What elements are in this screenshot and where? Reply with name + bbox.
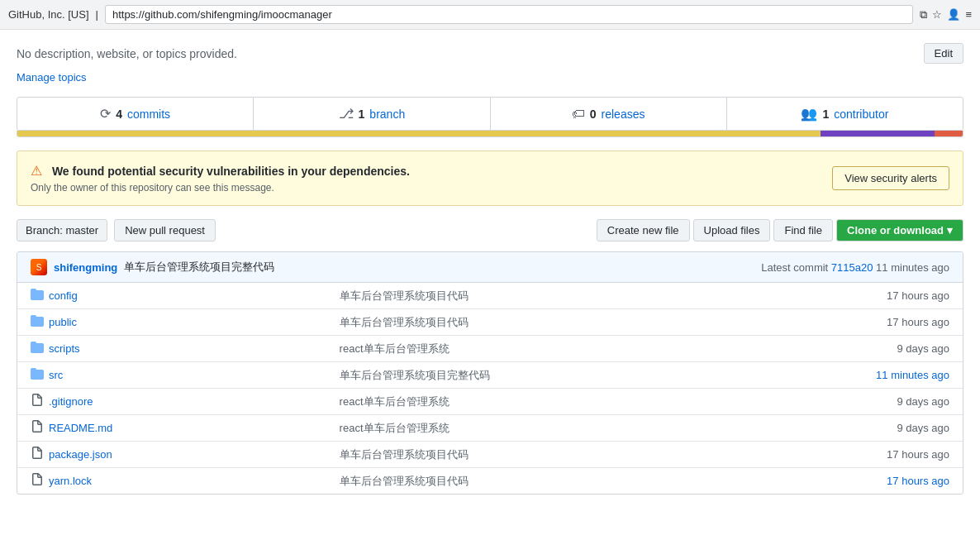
table-row: config单车后台管理系统项目代码17 hours ago [17, 283, 963, 309]
browser-bar: GitHub, Inc. [US] | https://github.com/s… [0, 0, 980, 30]
view-security-alerts-button[interactable]: View security alerts [832, 166, 949, 190]
folder-icon [31, 314, 49, 330]
file-commit-message: 单车后台管理系统项目完整代码 [340, 368, 775, 383]
warning-icon: ⚠ [31, 164, 42, 178]
file-time: 9 days ago [775, 395, 949, 408]
branches-icon: ⎇ [339, 106, 354, 122]
avatar: S [31, 259, 47, 275]
contributors-label: contributor [834, 108, 888, 121]
menu-icon[interactable]: ≡ [965, 8, 972, 21]
file-commit-message: 单车后台管理系统项目代码 [340, 289, 775, 303]
releases-count: 0 [590, 108, 597, 121]
commits-label: commits [127, 108, 170, 121]
edit-button[interactable]: Edit [924, 43, 963, 64]
file-time: 9 days ago [775, 342, 949, 355]
repo-description: No description, website, or topics provi… [17, 47, 237, 60]
branch-selector[interactable]: Branch: master [17, 219, 107, 241]
branches-label: branch [369, 108, 405, 121]
commit-author[interactable]: shifengming [54, 261, 117, 274]
table-row: yarn.lock单车后台管理系统项目代码17 hours ago [17, 468, 963, 494]
file-rows-container: config单车后台管理系统项目代码17 hours agopublic单车后台… [17, 283, 963, 494]
commit-time: 11 minutes ago [876, 261, 949, 274]
file-name-link[interactable]: scripts [49, 342, 340, 355]
latest-commit-row: S shifengming 单车后台管理系统项目完整代码 Latest comm… [17, 252, 963, 283]
copy-icon[interactable]: ⧉ [920, 8, 927, 22]
branches-count: 1 [359, 108, 365, 121]
file-name-link[interactable]: .gitignore [49, 395, 340, 408]
commit-row-left: S shifengming 单车后台管理系统项目完整代码 [31, 259, 274, 275]
progress-red [935, 131, 963, 136]
file-icon [31, 447, 49, 462]
contributors-icon: 👥 [801, 106, 817, 122]
folder-icon [31, 341, 49, 356]
manage-topics-link[interactable]: Manage topics [17, 71, 87, 84]
file-name-link[interactable]: src [49, 369, 340, 381]
releases-icon: 🏷 [572, 107, 585, 122]
releases-stat[interactable]: 🏷 0 releases [491, 98, 727, 130]
browser-icons: ⧉ ☆ 👤 ≡ [920, 8, 972, 22]
stats-bar: ⟳ 4 commits ⎇ 1 branch 🏷 0 releases 👥 1 … [17, 97, 963, 131]
toolbar-right: Create new file Upload files Find file C… [597, 219, 963, 241]
table-row: README.mdreact单车后台管理系统9 days ago [17, 415, 963, 442]
description-row: No description, website, or topics provi… [17, 43, 963, 64]
file-time: 17 hours ago [775, 475, 949, 487]
file-name-link[interactable]: README.md [49, 422, 340, 434]
file-time: 17 hours ago [775, 289, 949, 302]
security-alert-text: ⚠ We found potential security vulnerabil… [31, 163, 410, 194]
file-commit-message: react单车后台管理系统 [340, 394, 775, 409]
commits-stat[interactable]: ⟳ 4 commits [17, 98, 254, 130]
branches-stat[interactable]: ⎇ 1 branch [254, 98, 490, 130]
commits-count: 4 [116, 108, 122, 121]
file-time: 11 minutes ago [775, 369, 949, 381]
contributors-count: 1 [822, 108, 829, 121]
commits-icon: ⟳ [100, 106, 111, 122]
security-alert-content: ⚠ We found potential security vulnerabil… [31, 163, 410, 194]
file-commit-message: react单车后台管理系统 [340, 342, 775, 356]
releases-label: releases [602, 108, 645, 121]
star-icon[interactable]: ☆ [932, 8, 942, 21]
table-row: scriptsreact单车后台管理系统9 days ago [17, 336, 963, 362]
file-name-link[interactable]: public [49, 316, 340, 328]
table-row: src单车后台管理系统项目完整代码11 minutes ago [17, 362, 963, 389]
find-file-button[interactable]: Find file [773, 219, 833, 241]
security-alert-title-bold: We found potential security vulnerabilit… [52, 165, 410, 178]
contributors-stat[interactable]: 👥 1 contributor [727, 98, 963, 130]
file-commit-message: 单车后台管理系统项目代码 [340, 315, 775, 330]
clone-dropdown-icon: ▾ [947, 224, 953, 237]
security-alert-title: ⚠ We found potential security vulnerabil… [31, 163, 410, 179]
progress-purple [821, 131, 934, 136]
table-row: public单车后台管理系统项目代码17 hours ago [17, 309, 963, 336]
file-table: S shifengming 单车后台管理系统项目完整代码 Latest comm… [17, 251, 963, 495]
file-icon [31, 473, 49, 489]
file-icon [31, 394, 49, 409]
clone-label-text: Clone or download [847, 224, 944, 237]
file-time: 17 hours ago [775, 448, 949, 461]
user-icon[interactable]: 👤 [947, 8, 960, 21]
commit-message: 单车后台管理系统项目完整代码 [124, 260, 274, 275]
url-bar[interactable]: https://github.com/shifengming/imoocmana… [105, 5, 913, 24]
file-name-link[interactable]: package.json [49, 448, 340, 461]
toolbar-left: Branch: master New pull request [17, 219, 216, 241]
file-time: 9 days ago [775, 422, 949, 434]
file-time: 17 hours ago [775, 316, 949, 328]
upload-files-button[interactable]: Upload files [693, 219, 771, 241]
progress-yellow [17, 131, 821, 136]
folder-icon [31, 367, 49, 383]
main-content: No description, website, or topics provi… [0, 30, 980, 508]
file-name-link[interactable]: config [49, 289, 340, 302]
security-alert-banner: ⚠ We found potential security vulnerabil… [17, 151, 963, 206]
browser-company: GitHub, Inc. [US] [8, 8, 89, 21]
file-commit-message: 单车后台管理系统项目代码 [340, 474, 775, 489]
new-pull-request-button[interactable]: New pull request [114, 219, 216, 241]
table-row: .gitignorereact单车后台管理系统9 days ago [17, 389, 963, 415]
file-icon [31, 420, 49, 436]
language-progress-bar [17, 131, 963, 137]
commit-row-right: Latest commit 7115a20 11 minutes ago [761, 261, 949, 274]
clone-or-download-button[interactable]: Clone or download ▾ [836, 219, 963, 241]
create-new-file-button[interactable]: Create new file [597, 219, 690, 241]
commit-hash-link[interactable]: 7115a20 [831, 261, 873, 274]
latest-commit-label: Latest commit [761, 261, 828, 274]
avatar-image: S [31, 259, 47, 275]
toolbar-row: Branch: master New pull request Create n… [17, 219, 963, 241]
file-name-link[interactable]: yarn.lock [49, 475, 340, 487]
